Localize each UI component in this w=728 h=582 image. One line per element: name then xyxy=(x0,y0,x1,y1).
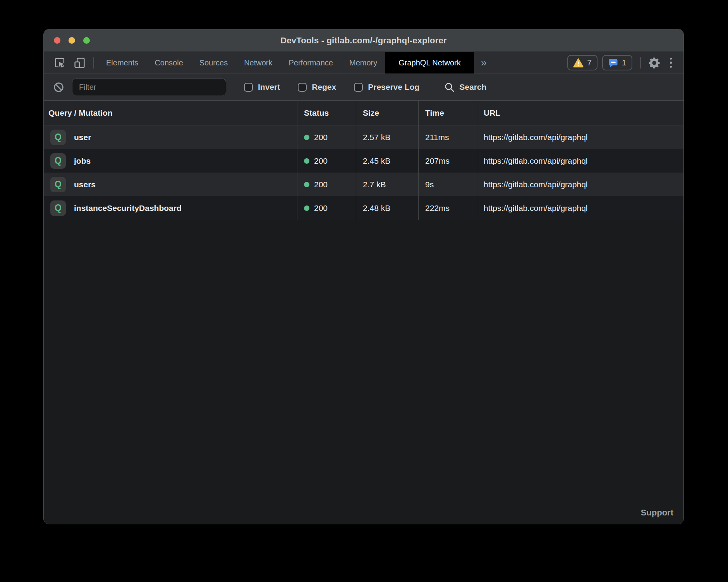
cell-time: 207ms xyxy=(418,149,477,173)
device-toolbar-icon xyxy=(74,57,86,69)
kebab-dot xyxy=(670,66,672,68)
filter-checkbox-option[interactable]: Invert xyxy=(244,82,280,92)
warning-count: 7 xyxy=(587,58,592,67)
panel-tab-label: Elements xyxy=(106,58,138,67)
kebab-dot xyxy=(670,58,672,60)
query-name: user xyxy=(74,133,91,142)
column-header-url[interactable]: URL xyxy=(477,101,683,125)
inspect-element-button[interactable] xyxy=(50,52,70,74)
cell-url: https://gitlab.com/api/graphql xyxy=(477,173,683,196)
panel-tab[interactable]: Network xyxy=(236,52,280,74)
cell-query-name: Q instanceSecurityDashboard xyxy=(44,196,297,220)
request-row[interactable]: Q instanceSecurityDashboard 200 2.48 kB … xyxy=(44,196,683,220)
cell-status: 200 xyxy=(297,196,356,220)
query-type-badge: Q xyxy=(50,200,66,216)
cell-url: https://gitlab.com/api/graphql xyxy=(477,149,683,173)
issues-badge-button[interactable]: 1 xyxy=(602,55,632,70)
more-options-button[interactable] xyxy=(664,58,678,68)
panel-tab[interactable]: Elements xyxy=(98,52,146,74)
status-code: 200 xyxy=(314,156,328,166)
query-type-badge: Q xyxy=(50,177,66,192)
device-toolbar-button[interactable] xyxy=(70,52,89,74)
tabbar-separator xyxy=(93,57,94,68)
status-ok-dot xyxy=(304,135,309,140)
cell-time: 222ms xyxy=(418,196,477,220)
panel-tab-label: Performance xyxy=(289,58,333,67)
clear-log-button[interactable] xyxy=(51,82,67,93)
column-header-query-mutation[interactable]: Query / Mutation xyxy=(44,101,297,125)
request-rows: Q user 200 2.57 kB 211ms https://gitlab.… xyxy=(44,125,683,220)
status-code: 200 xyxy=(314,133,328,142)
query-name: jobs xyxy=(74,156,91,166)
column-header-status[interactable]: Status xyxy=(297,101,356,125)
query-name: users xyxy=(74,180,96,189)
column-header-time[interactable]: Time xyxy=(418,101,477,125)
status-ok-dot xyxy=(304,182,309,187)
column-header-size[interactable]: Size xyxy=(356,101,418,125)
request-row[interactable]: Q users 200 2.7 kB 9s https://gitlab.com… xyxy=(44,173,683,196)
zoom-window-button[interactable] xyxy=(83,37,90,44)
cell-size: 2.7 kB xyxy=(356,173,418,196)
devtools-tabbar: Elements Console Sources Network Perform… xyxy=(44,52,683,74)
cell-status: 200 xyxy=(297,149,356,173)
panel-tabs: Elements Console Sources Network Perform… xyxy=(98,52,385,74)
filter-checkbox-option[interactable]: Regex xyxy=(298,82,336,92)
status-ok-dot xyxy=(304,158,309,164)
status-code: 200 xyxy=(314,204,328,213)
active-tab-label: GraphQL Network xyxy=(398,58,460,67)
filter-input[interactable] xyxy=(72,79,226,96)
checkbox-label: Preserve Log xyxy=(368,82,419,92)
cell-time: 9s xyxy=(418,173,477,196)
window-title: DevTools - gitlab.com/-/graphql-explorer xyxy=(280,36,446,46)
tabbar-right-controls: 7 1 xyxy=(563,52,683,74)
search-label: Search xyxy=(459,82,486,92)
inspect-cursor-icon xyxy=(54,57,66,69)
cell-status: 200 xyxy=(297,173,356,196)
cell-query-name: Q user xyxy=(44,125,297,149)
devtools-window: DevTools - gitlab.com/-/graphql-explorer… xyxy=(43,29,684,524)
checkbox-label: Invert xyxy=(258,82,280,92)
cell-size: 2.57 kB xyxy=(356,125,418,149)
cell-status: 200 xyxy=(297,125,356,149)
minimize-window-button[interactable] xyxy=(69,37,75,44)
empty-grid-area: Support xyxy=(44,220,683,524)
cell-url: https://gitlab.com/api/graphql xyxy=(477,196,683,220)
request-row[interactable]: Q user 200 2.57 kB 211ms https://gitlab.… xyxy=(44,125,683,149)
search-icon xyxy=(444,82,455,92)
checkbox-box[interactable] xyxy=(298,83,307,92)
cell-size: 2.45 kB xyxy=(356,149,418,173)
chat-bubble-icon xyxy=(608,58,618,68)
panel-tab-graphql-network-active[interactable]: GraphQL Network xyxy=(385,52,474,74)
close-window-button[interactable] xyxy=(54,37,60,44)
panel-tab-label: Sources xyxy=(199,58,228,67)
panel-tab[interactable]: Memory xyxy=(341,52,385,74)
cell-query-name: Q users xyxy=(44,173,297,196)
request-row[interactable]: Q jobs 200 2.45 kB 207ms https://gitlab.… xyxy=(44,149,683,173)
status-ok-dot xyxy=(304,205,309,211)
panel-tab[interactable]: Console xyxy=(146,52,191,74)
search-control[interactable]: Search xyxy=(444,82,486,92)
support-link[interactable]: Support xyxy=(641,508,673,518)
traffic-lights xyxy=(54,29,90,51)
gear-icon xyxy=(648,56,661,69)
cell-time: 211ms xyxy=(418,125,477,149)
panel-tab-label: Network xyxy=(244,58,272,67)
checkbox-box[interactable] xyxy=(244,83,253,92)
issue-count: 1 xyxy=(622,58,627,67)
warnings-badge-button[interactable]: 7 xyxy=(567,55,598,70)
cell-url: https://gitlab.com/api/graphql xyxy=(477,125,683,149)
panel-tab[interactable]: Performance xyxy=(281,52,342,74)
cell-query-name: Q jobs xyxy=(44,149,297,173)
query-type-badge: Q xyxy=(50,153,66,169)
panel-tab-label: Console xyxy=(155,58,183,67)
settings-button[interactable] xyxy=(644,56,664,69)
checkbox-box[interactable] xyxy=(354,83,363,92)
query-type-badge: Q xyxy=(50,130,66,145)
panel-tab[interactable]: Sources xyxy=(191,52,236,74)
more-tabs-button[interactable]: » xyxy=(474,52,494,74)
filter-toolbar: Invert Regex Preserve Log Search xyxy=(44,74,683,101)
cell-size: 2.48 kB xyxy=(356,196,418,220)
controls-separator xyxy=(640,57,641,68)
status-code: 200 xyxy=(314,180,328,189)
filter-checkbox-option[interactable]: Preserve Log xyxy=(354,82,419,92)
